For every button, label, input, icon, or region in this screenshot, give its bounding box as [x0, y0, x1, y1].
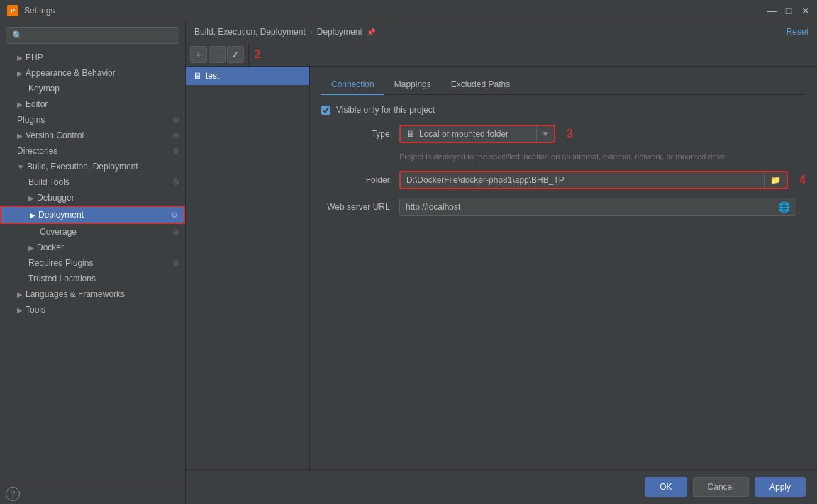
- server-item-test[interactable]: 🖥 test: [186, 67, 309, 85]
- sidebar-item-label: Build, Execution, Deployment: [27, 162, 138, 172]
- gear-icon: ⚙: [172, 178, 179, 187]
- chevron-right-icon: ▶: [17, 132, 23, 140]
- detail-pane: Connection Mappings Excluded Paths Visib…: [310, 67, 817, 469]
- server-icon: 🖥: [193, 71, 201, 81]
- gear-icon: ⚙: [172, 131, 179, 140]
- right-panel: Build, Execution, Deployment › Deploymen…: [186, 21, 817, 504]
- sidebar-item-label: Keymap: [28, 84, 60, 94]
- type-dropdown[interactable]: 🖥 Local or mounted folder ▼: [399, 125, 555, 143]
- sidebar-item-label: Trusted Locations: [28, 274, 96, 284]
- tab-mappings[interactable]: Mappings: [384, 75, 441, 95]
- sidebar-item-deployment[interactable]: ▶ Deployment ⚙: [0, 206, 185, 224]
- cancel-button[interactable]: Cancel: [693, 477, 749, 497]
- sidebar-item-editor[interactable]: ▶ Editor: [0, 96, 185, 112]
- sidebar-item-keymap[interactable]: Keymap: [0, 81, 185, 96]
- chevron-right-icon: ▶: [17, 101, 23, 108]
- sidebar-item-directories[interactable]: Directories ⚙: [0, 143, 185, 159]
- type-row: Type: 🖥 Local or mounted folder ▼ 3: [321, 125, 806, 143]
- check-button[interactable]: ✓: [227, 46, 244, 63]
- breadcrumb-path2: Deployment: [317, 27, 362, 37]
- apply-button[interactable]: Apply: [755, 477, 806, 497]
- sidebar-item-build-tools[interactable]: Build Tools ⚙: [0, 174, 185, 190]
- sidebar-item-label: Debugger: [37, 193, 74, 203]
- search-icon: 🔍: [12, 30, 23, 40]
- sidebar-item-docker[interactable]: ▶ Docker: [0, 240, 185, 255]
- visible-checkbox-row: Visible only for this project: [321, 105, 806, 115]
- chevron-right-icon: ▶: [28, 194, 34, 202]
- type-dropdown-arrow[interactable]: ▼: [536, 126, 554, 142]
- add-button[interactable]: +: [190, 46, 207, 63]
- url-input-wrap: 🌐: [399, 198, 796, 216]
- tab-excluded-paths[interactable]: Excluded Paths: [441, 75, 520, 95]
- sidebar-item-coverage[interactable]: Coverage ⚙: [0, 224, 185, 240]
- gear-icon: ⚙: [171, 211, 178, 220]
- folder-deploy-icon: 🖥: [406, 129, 415, 139]
- pin-icon: 📌: [367, 28, 375, 36]
- gear-icon: ⚙: [172, 116, 179, 125]
- breadcrumb-path1: Build, Execution, Deployment: [194, 27, 306, 37]
- sidebar-item-build-exec[interactable]: ▼ Build, Execution, Deployment: [0, 159, 185, 174]
- sidebar-item-debugger[interactable]: ▶ Debugger: [0, 190, 185, 206]
- sidebar-item-label: PHP: [26, 52, 43, 62]
- sidebar-item-php[interactable]: ▶ PHP: [0, 50, 185, 65]
- gear-icon: ⚙: [172, 228, 179, 237]
- chevron-down-icon: ▼: [17, 163, 24, 171]
- search-box[interactable]: 🔍: [6, 27, 179, 44]
- sidebar-item-label: Directories: [17, 146, 57, 156]
- remove-button[interactable]: −: [209, 46, 226, 63]
- chevron-right-icon: ▶: [28, 244, 34, 252]
- reset-button[interactable]: Reset: [787, 27, 808, 37]
- sidebar-item-version-control[interactable]: ▶ Version Control ⚙: [0, 128, 185, 143]
- maximize-btn[interactable]: □: [783, 5, 794, 16]
- folder-input-wrap: 📁: [399, 171, 788, 189]
- sidebar-item-tools[interactable]: ▶ Tools: [0, 302, 185, 318]
- sidebar-item-label: Plugins: [17, 115, 45, 125]
- tab-connection[interactable]: Connection: [321, 75, 384, 95]
- sidebar-item-label: Tools: [26, 305, 45, 315]
- sidebar-item-trusted-locations[interactable]: Trusted Locations: [0, 271, 185, 286]
- sidebar-item-label: Build Tools: [28, 177, 70, 187]
- ok-button[interactable]: OK: [645, 477, 687, 497]
- folder-input[interactable]: [401, 172, 764, 188]
- sidebar-item-languages[interactable]: ▶ Languages & Frameworks: [0, 286, 185, 302]
- sidebar-item-label: Languages & Frameworks: [26, 289, 125, 299]
- breadcrumb-bar: Build, Execution, Deployment › Deploymen…: [186, 21, 817, 43]
- annotation-4: 4: [799, 174, 806, 186]
- server-name: test: [206, 71, 219, 81]
- type-hint: Project is deployed to the specified loc…: [399, 152, 806, 162]
- url-input[interactable]: [400, 198, 772, 215]
- annotation-3: 3: [567, 128, 573, 140]
- folder-row: Folder: 📁 4: [321, 171, 806, 189]
- gear-icon: ⚙: [172, 147, 179, 156]
- type-label: Type:: [321, 129, 392, 139]
- folder-browse-button[interactable]: 📁: [764, 172, 787, 188]
- sidebar-item-label: Appearance & Behavior: [26, 68, 116, 78]
- tab-bar: Connection Mappings Excluded Paths: [321, 75, 806, 95]
- content-area: 🖥 test Connection Mappings Excluded Path…: [186, 67, 817, 469]
- sidebar-item-plugins[interactable]: Plugins ⚙: [0, 112, 185, 128]
- chevron-right-icon: ▶: [17, 306, 23, 314]
- window-controls: — □ ✕: [766, 5, 811, 16]
- sidebar-item-appearance[interactable]: ▶ Appearance & Behavior: [0, 65, 185, 81]
- sidebar: 🔍 ▶ PHP ▶ Appearance & Behavior Keymap ▶: [0, 21, 186, 504]
- close-btn[interactable]: ✕: [800, 5, 811, 16]
- webserver-label: Web server URL:: [321, 202, 392, 212]
- visible-checkbox[interactable]: [321, 106, 330, 115]
- sidebar-item-label: Docker: [37, 242, 64, 252]
- type-value: Local or mounted folder: [419, 129, 508, 139]
- bottom-bar: OK Cancel Apply: [186, 469, 817, 504]
- globe-icon[interactable]: 🌐: [772, 198, 796, 215]
- breadcrumb-arrow: ›: [310, 27, 313, 37]
- server-list: 🖥 test: [186, 67, 310, 469]
- webserver-row: Web server URL: 🌐: [321, 198, 806, 216]
- chevron-right-icon: ▶: [17, 291, 23, 298]
- minimize-btn[interactable]: —: [766, 5, 777, 16]
- sidebar-item-required-plugins[interactable]: Required Plugins ⚙: [0, 255, 185, 271]
- folder-label: Folder:: [321, 175, 392, 185]
- main-container: 🔍 ▶ PHP ▶ Appearance & Behavior Keymap ▶: [0, 21, 817, 504]
- help-button[interactable]: ?: [6, 487, 20, 501]
- search-input[interactable]: [27, 30, 173, 40]
- chevron-right-icon: ▶: [30, 211, 35, 219]
- toolbar-buttons: + − ✓: [186, 43, 249, 66]
- title-bar: P Settings — □ ✕: [0, 0, 817, 21]
